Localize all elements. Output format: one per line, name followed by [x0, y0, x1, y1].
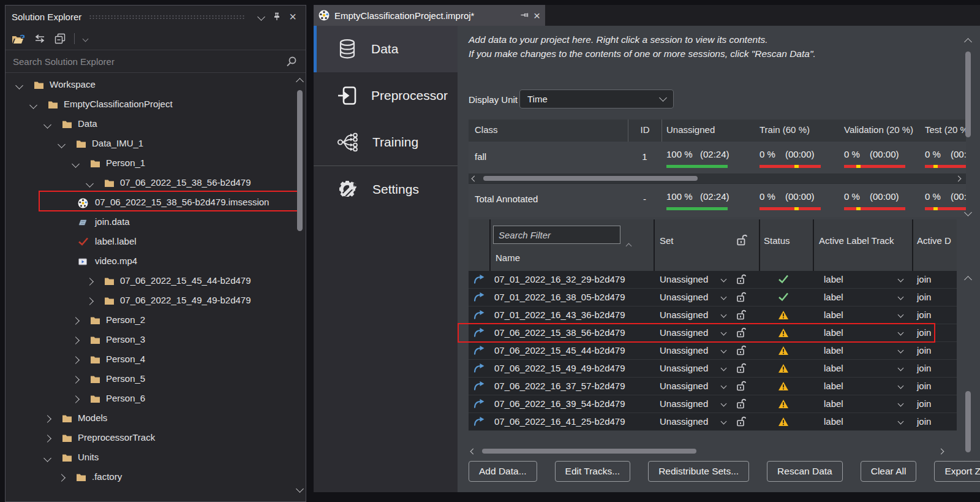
scroll-up-icon[interactable] [296, 78, 304, 86]
document-tab[interactable]: EmptyClassificationProject.improj* × [314, 5, 545, 26]
tree-item-person-4[interactable]: Person_4 [6, 350, 295, 370]
label-track-dropdown[interactable]: label [824, 292, 843, 302]
scroll-right-icon[interactable] [938, 449, 944, 455]
set-dropdown[interactable]: Unassigned [660, 345, 708, 356]
set-dropdown[interactable]: Unassigned [660, 398, 708, 409]
tree-item-units[interactable]: Units [6, 448, 295, 468]
data-track-value[interactable]: join [917, 398, 931, 409]
session-search-input[interactable] [494, 226, 620, 243]
expand-chevron-icon[interactable] [72, 160, 80, 168]
toolbar-overflow-button[interactable] [83, 37, 88, 41]
chevron-down-icon[interactable] [721, 294, 727, 300]
expand-chevron-icon[interactable] [29, 101, 37, 109]
chevron-down-icon[interactable] [721, 365, 727, 371]
expand-chevron-icon[interactable] [58, 140, 66, 148]
tree-item-person-3[interactable]: Person_3 [6, 330, 295, 350]
scrollbar-thumb[interactable] [965, 51, 971, 137]
scroll-left-icon[interactable] [470, 449, 477, 455]
tree-item-preprocessortrack[interactable]: PreprocessorTrack [6, 428, 295, 448]
collapsed-chevron-icon[interactable] [72, 337, 80, 344]
sort-ascending-icon[interactable] [626, 243, 632, 249]
collapsed-chevron-icon[interactable] [86, 278, 94, 286]
unlock-icon[interactable] [736, 363, 746, 373]
scroll-down-icon[interactable] [964, 208, 972, 216]
scroll-right-icon[interactable] [956, 176, 962, 182]
tree-item-session-folder[interactable]: 07_06_2022_15_45_44-b2d479 [6, 272, 295, 291]
edit-tracks-button[interactable]: Edit Tracks... [555, 461, 631, 482]
collapsed-chevron-icon[interactable] [72, 356, 80, 364]
tree-item-video-mp4[interactable]: video.mp4 [6, 252, 295, 272]
chevron-down-icon[interactable] [898, 348, 904, 354]
collapsed-chevron-icon[interactable] [58, 474, 66, 482]
solution-explorer-search[interactable] [6, 50, 306, 73]
solution-explorer-titlebar[interactable]: Solution Explorer × [6, 6, 306, 28]
collapsed-chevron-icon[interactable] [43, 435, 51, 443]
tree-item-data-imu-1[interactable]: Data_IMU_1 [6, 134, 295, 154]
redistribute-sets-button[interactable]: Redistribute Sets... [648, 461, 749, 482]
label-track-dropdown[interactable]: label [824, 398, 843, 409]
expand-chevron-icon[interactable] [15, 82, 23, 89]
set-dropdown[interactable]: Unassigned [660, 381, 708, 391]
open-session-icon[interactable] [473, 310, 485, 321]
solution-explorer-scrollbar[interactable] [296, 74, 304, 499]
tree-item-models[interactable]: Models [6, 409, 295, 428]
clear-all-button[interactable]: Clear All [861, 461, 917, 482]
unlock-icon[interactable] [736, 398, 746, 409]
nav-item-settings[interactable]: Settings [314, 165, 458, 213]
chevron-down-icon[interactable] [898, 276, 904, 283]
scrollbar-thumb[interactable] [297, 90, 303, 231]
open-session-icon[interactable] [473, 381, 485, 392]
tab-close-button[interactable]: × [533, 10, 540, 21]
tree-item-person-5[interactable]: Person_5 [6, 370, 295, 389]
tree-item-factory[interactable]: .factory [6, 468, 295, 487]
open-session-icon[interactable] [473, 274, 485, 285]
data-track-value[interactable]: join [917, 345, 931, 356]
session-row[interactable]: 07_01_2022_16_38_05-b2d479 Unassigned la… [469, 289, 957, 306]
chevron-down-icon[interactable] [721, 348, 727, 354]
display-unit-select[interactable]: Time [519, 89, 674, 108]
scrollbar-thumb[interactable] [965, 391, 971, 452]
tree-item-workspace[interactable]: Workspace [6, 75, 295, 95]
expand-chevron-icon[interactable] [43, 121, 51, 129]
tree-item-person-6[interactable]: Person_6 [6, 389, 295, 409]
data-track-value[interactable]: join [917, 381, 931, 391]
add-data-button[interactable]: Add Data... [469, 461, 537, 482]
export-zip-button[interactable]: Export Zip... [934, 461, 980, 482]
open-session-icon[interactable] [473, 363, 485, 374]
scrollbar-thumb[interactable] [483, 176, 698, 181]
session-row[interactable]: 07_06_2022_16_39_54-b2d479 Unassigned la… [469, 395, 957, 413]
session-table-vscrollbar[interactable] [964, 271, 973, 467]
chevron-down-icon[interactable] [721, 276, 727, 283]
tree-item-person-1[interactable]: Person_1 [6, 154, 295, 173]
unlock-icon[interactable] [736, 345, 746, 356]
set-dropdown[interactable]: Unassigned [660, 274, 708, 284]
scroll-left-icon[interactable] [472, 176, 478, 182]
scrollbar-thumb[interactable] [482, 449, 696, 454]
session-row[interactable]: 07_01_2022_16_43_36-b2d479 Unassigned la… [469, 306, 957, 324]
lock-icon[interactable] [736, 234, 747, 246]
chevron-down-icon[interactable] [898, 401, 904, 407]
set-dropdown[interactable]: Unassigned [660, 327, 708, 338]
set-dropdown[interactable]: Unassigned [660, 310, 708, 320]
collapse-all-button[interactable] [55, 33, 66, 44]
open-session-icon[interactable] [473, 416, 485, 427]
tab-pin-button[interactable] [520, 12, 529, 19]
chevron-down-icon[interactable] [721, 312, 727, 318]
chevron-down-icon[interactable] [898, 294, 904, 300]
collapsed-chevron-icon[interactable] [72, 395, 80, 403]
expand-chevron-icon[interactable] [86, 180, 94, 188]
collapsed-chevron-icon[interactable] [72, 376, 80, 384]
open-session-icon[interactable] [473, 327, 485, 338]
open-session-icon[interactable] [473, 345, 485, 356]
session-row-highlighted[interactable]: 07_06_2022_15_38_56-b2d479 Unassigned la… [469, 324, 957, 342]
scroll-up-icon[interactable] [964, 38, 972, 46]
tree-item-data[interactable]: Data [6, 115, 295, 134]
tree-item-person-2[interactable]: Person_2 [6, 311, 295, 330]
rescan-data-button[interactable]: Rescan Data [767, 461, 843, 482]
close-button[interactable]: × [286, 10, 300, 23]
unlock-icon[interactable] [736, 310, 746, 320]
collapsed-chevron-icon[interactable] [86, 297, 94, 305]
session-row[interactable]: 07_06_2022_15_49_49-b2d479 Unassigned la… [469, 360, 957, 378]
chevron-down-icon[interactable] [898, 383, 904, 389]
label-track-dropdown[interactable]: label [824, 363, 843, 373]
